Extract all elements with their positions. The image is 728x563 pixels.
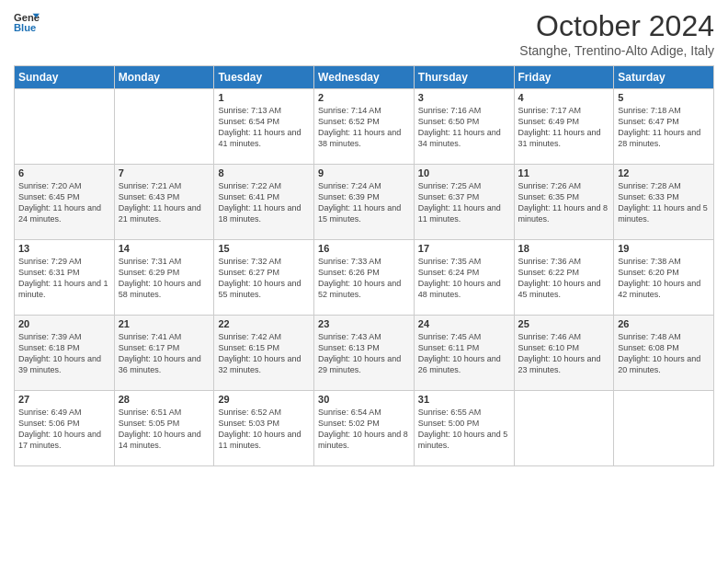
day-info: Sunrise: 7:21 AM Sunset: 6:43 PM Dayligh… [119,180,210,225]
calendar-cell [15,89,115,165]
day-info: Sunrise: 7:32 AM Sunset: 6:27 PM Dayligh… [218,256,310,301]
day-info: Sunrise: 7:28 AM Sunset: 6:33 PM Dayligh… [618,180,710,225]
calendar-cell: 11Sunrise: 7:26 AM Sunset: 6:35 PM Dayli… [514,165,614,240]
calendar-cell [514,391,614,466]
day-info: Sunrise: 7:26 AM Sunset: 6:35 PM Dayligh… [518,180,610,225]
day-info: Sunrise: 7:13 AM Sunset: 6:54 PM Dayligh… [218,105,310,150]
day-number: 6 [18,167,110,178]
week-row-4: 20Sunrise: 7:39 AM Sunset: 6:18 PM Dayli… [15,316,714,391]
day-number: 30 [318,394,410,405]
day-number: 24 [418,318,510,329]
day-info: Sunrise: 7:38 AM Sunset: 6:20 PM Dayligh… [618,256,710,301]
day-info: Sunrise: 7:18 AM Sunset: 6:47 PM Dayligh… [618,105,710,150]
calendar-cell: 10Sunrise: 7:25 AM Sunset: 6:37 PM Dayli… [414,165,514,240]
calendar-cell: 20Sunrise: 7:39 AM Sunset: 6:18 PM Dayli… [15,316,115,391]
day-number: 11 [518,167,610,178]
day-number: 7 [119,167,210,178]
col-header-thursday: Thursday [414,66,514,89]
calendar-cell: 9Sunrise: 7:24 AM Sunset: 6:39 PM Daylig… [314,165,415,240]
day-number: 10 [418,167,510,178]
logo: General Blue [14,9,40,35]
calendar-cell: 3Sunrise: 7:16 AM Sunset: 6:50 PM Daylig… [414,89,514,165]
day-number: 3 [418,92,510,103]
day-number: 17 [418,243,510,254]
day-info: Sunrise: 7:36 AM Sunset: 6:22 PM Dayligh… [518,256,610,301]
day-number: 28 [119,394,210,405]
day-number: 27 [18,394,110,405]
calendar-cell: 31Sunrise: 6:55 AM Sunset: 5:00 PM Dayli… [414,391,514,466]
title-block: October 2024 Stanghe, Trentino-Alto Adig… [519,9,714,58]
day-number: 22 [218,318,310,329]
day-number: 2 [318,92,410,103]
day-info: Sunrise: 7:29 AM Sunset: 6:31 PM Dayligh… [18,256,110,301]
week-row-1: 1Sunrise: 7:13 AM Sunset: 6:54 PM Daylig… [15,89,714,165]
day-info: Sunrise: 7:22 AM Sunset: 6:41 PM Dayligh… [218,180,310,225]
day-number: 8 [218,167,310,178]
calendar-cell: 7Sunrise: 7:21 AM Sunset: 6:43 PM Daylig… [114,165,214,240]
day-number: 31 [418,394,510,405]
calendar-cell: 1Sunrise: 7:13 AM Sunset: 6:54 PM Daylig… [214,89,314,165]
month-title: October 2024 [519,9,714,43]
day-number: 5 [618,92,710,103]
week-row-5: 27Sunrise: 6:49 AM Sunset: 5:06 PM Dayli… [15,391,714,466]
calendar-cell: 21Sunrise: 7:41 AM Sunset: 6:17 PM Dayli… [114,316,214,391]
day-info: Sunrise: 7:31 AM Sunset: 6:29 PM Dayligh… [119,256,210,301]
calendar-cell: 6Sunrise: 7:20 AM Sunset: 6:45 PM Daylig… [15,165,115,240]
day-number: 13 [18,243,110,254]
day-number: 9 [318,167,410,178]
calendar-cell: 5Sunrise: 7:18 AM Sunset: 6:47 PM Daylig… [614,89,714,165]
calendar-cell [114,89,214,165]
calendar-cell: 25Sunrise: 7:46 AM Sunset: 6:10 PM Dayli… [514,316,614,391]
calendar-cell: 24Sunrise: 7:45 AM Sunset: 6:11 PM Dayli… [414,316,514,391]
day-info: Sunrise: 6:52 AM Sunset: 5:03 PM Dayligh… [218,407,310,452]
day-info: Sunrise: 7:42 AM Sunset: 6:15 PM Dayligh… [218,331,310,376]
day-number: 18 [518,243,610,254]
week-row-2: 6Sunrise: 7:20 AM Sunset: 6:45 PM Daylig… [15,165,714,240]
calendar-cell: 16Sunrise: 7:33 AM Sunset: 6:26 PM Dayli… [314,240,415,316]
day-number: 23 [318,318,410,329]
col-header-saturday: Saturday [614,66,714,89]
day-number: 4 [518,92,610,103]
day-info: Sunrise: 7:33 AM Sunset: 6:26 PM Dayligh… [318,256,410,301]
header: General Blue October 2024 Stanghe, Trent… [14,9,714,58]
header-row: SundayMondayTuesdayWednesdayThursdayFrid… [15,66,714,89]
calendar-cell: 2Sunrise: 7:14 AM Sunset: 6:52 PM Daylig… [314,89,415,165]
calendar-cell: 12Sunrise: 7:28 AM Sunset: 6:33 PM Dayli… [614,165,714,240]
day-info: Sunrise: 7:20 AM Sunset: 6:45 PM Dayligh… [18,180,110,225]
calendar-cell: 26Sunrise: 7:48 AM Sunset: 6:08 PM Dayli… [614,316,714,391]
calendar-cell: 23Sunrise: 7:43 AM Sunset: 6:13 PM Dayli… [314,316,415,391]
day-info: Sunrise: 6:55 AM Sunset: 5:00 PM Dayligh… [418,407,510,452]
page: General Blue October 2024 Stanghe, Trent… [0,0,728,476]
day-info: Sunrise: 7:17 AM Sunset: 6:49 PM Dayligh… [518,105,610,150]
calendar-cell: 27Sunrise: 6:49 AM Sunset: 5:06 PM Dayli… [15,391,115,466]
day-number: 19 [618,243,710,254]
day-info: Sunrise: 6:54 AM Sunset: 5:02 PM Dayligh… [318,407,410,452]
calendar-cell: 18Sunrise: 7:36 AM Sunset: 6:22 PM Dayli… [514,240,614,316]
day-info: Sunrise: 6:51 AM Sunset: 5:05 PM Dayligh… [119,407,210,452]
day-info: Sunrise: 7:16 AM Sunset: 6:50 PM Dayligh… [418,105,510,150]
day-number: 20 [18,318,110,329]
day-number: 16 [318,243,410,254]
calendar-cell: 17Sunrise: 7:35 AM Sunset: 6:24 PM Dayli… [414,240,514,316]
subtitle: Stanghe, Trentino-Alto Adige, Italy [519,43,714,58]
logo-icon: General Blue [14,9,40,35]
calendar-cell: 19Sunrise: 7:38 AM Sunset: 6:20 PM Dayli… [614,240,714,316]
day-number: 29 [218,394,310,405]
calendar-cell: 28Sunrise: 6:51 AM Sunset: 5:05 PM Dayli… [114,391,214,466]
col-header-wednesday: Wednesday [314,66,415,89]
calendar-cell [614,391,714,466]
day-info: Sunrise: 7:39 AM Sunset: 6:18 PM Dayligh… [18,331,110,376]
day-number: 1 [218,92,310,103]
day-info: Sunrise: 7:43 AM Sunset: 6:13 PM Dayligh… [318,331,410,376]
calendar-cell: 14Sunrise: 7:31 AM Sunset: 6:29 PM Dayli… [114,240,214,316]
day-info: Sunrise: 7:46 AM Sunset: 6:10 PM Dayligh… [518,331,610,376]
calendar-cell: 30Sunrise: 6:54 AM Sunset: 5:02 PM Dayli… [314,391,415,466]
day-number: 26 [618,318,710,329]
day-number: 25 [518,318,610,329]
day-info: Sunrise: 6:49 AM Sunset: 5:06 PM Dayligh… [18,407,110,452]
calendar-cell: 15Sunrise: 7:32 AM Sunset: 6:27 PM Dayli… [214,240,314,316]
calendar-cell: 4Sunrise: 7:17 AM Sunset: 6:49 PM Daylig… [514,89,614,165]
calendar-cell: 22Sunrise: 7:42 AM Sunset: 6:15 PM Dayli… [214,316,314,391]
day-number: 15 [218,243,310,254]
day-number: 12 [618,167,710,178]
